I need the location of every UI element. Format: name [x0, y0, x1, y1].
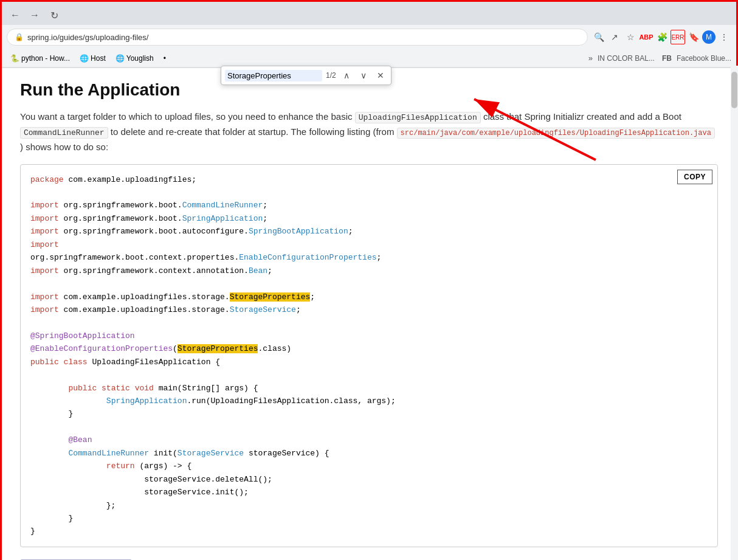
find-prev-button[interactable]: ∧: [340, 69, 353, 82]
err-badge[interactable]: ERR: [671, 30, 685, 44]
browser-chrome: ← → ↻ 🔒 spring.io/guides/gs/uploading-fi…: [2, 2, 736, 68]
facebook-blue-label: Facebook Blue...: [677, 54, 731, 63]
scrollbar[interactable]: [731, 66, 738, 560]
bookmark-python-label: python - How...: [21, 54, 70, 63]
code-block: package com.example.uploadingfiles; impo…: [21, 165, 717, 547]
more-bookmarks-indicator[interactable]: »: [588, 54, 593, 63]
address-bar[interactable]: 🔒 spring.io/guides/gs/uploading-files/: [7, 29, 588, 46]
uploading-files-app-code: UploadingFilesApplication: [355, 112, 481, 123]
address-bar-row: 🔒 spring.io/guides/gs/uploading-files/ 🔍…: [2, 25, 736, 49]
command-line-runner-code: CommandLineRunner: [20, 127, 108, 139]
file-path-code: src/main/java/com/example/uploadingfiles…: [397, 128, 715, 139]
nav-buttons: ← → ↻: [7, 7, 63, 24]
profile-icon[interactable]: M: [702, 30, 716, 44]
page-content: Run the Application You want a target fo…: [2, 68, 736, 560]
intro-text-2: class that Spring Initializr created and…: [483, 111, 681, 122]
url-text: spring.io/guides/gs/uploading-files/: [27, 33, 148, 42]
bookmark-host[interactable]: 🌐 Host: [76, 53, 109, 64]
intro-text-3: to delete and re-create that folder at s…: [111, 126, 395, 137]
reload-button[interactable]: ↻: [46, 7, 63, 24]
code-block-wrapper: COPY package com.example.uploadingfiles;…: [20, 164, 718, 547]
color-bal-label: IN COLOR BAL...: [598, 54, 655, 63]
intro-paragraph: You want a target folder to which to upl…: [20, 109, 718, 154]
bookmarks-bar: 🐍 python - How... 🌐 Host 🌐 Youglish • » …: [2, 49, 736, 67]
back-button[interactable]: ←: [7, 7, 24, 24]
find-input[interactable]: [225, 70, 322, 81]
bookmark-host-label: Host: [91, 54, 106, 63]
bookmark-python[interactable]: 🐍 python - How...: [7, 53, 74, 64]
ext-icon1[interactable]: 🧩: [655, 30, 669, 44]
bookmark-more-dot: •: [164, 54, 166, 63]
find-count: 1/2: [326, 71, 336, 80]
python-icon: 🐍: [10, 54, 19, 63]
host-icon: 🌐: [80, 54, 89, 63]
intro-text-1: You want a target folder to which to upl…: [20, 111, 352, 122]
youglish-icon: 🌐: [116, 54, 125, 63]
copy-button[interactable]: COPY: [677, 170, 712, 184]
menu-icon[interactable]: ⋮: [717, 30, 731, 44]
forward-button[interactable]: →: [26, 7, 43, 24]
ext-icon2[interactable]: 🔖: [686, 30, 701, 44]
toolbar-icons: 🔍 ↗ ☆ ABP 🧩 ERR 🔖 M ⋮: [591, 30, 731, 44]
share-icon[interactable]: ↗: [607, 30, 622, 44]
bookmark-youglish[interactable]: 🌐 Youglish: [112, 53, 157, 64]
intro-text-4: ) shows how to do so:: [20, 142, 108, 152]
adblock-icon[interactable]: ABP: [639, 30, 654, 44]
find-bar: 1/2 ∧ ∨ ✕: [221, 66, 391, 85]
find-close-button[interactable]: ✕: [374, 69, 387, 82]
bookmark-icon[interactable]: ☆: [623, 30, 638, 44]
bottom-paragraph: @SpringBootApplication is a convenience …: [20, 557, 718, 560]
find-next-button[interactable]: ∨: [357, 69, 370, 82]
bookmark-youglish-label: Youglish: [126, 54, 154, 63]
tab-bar: ← → ↻: [2, 2, 736, 25]
search-icon[interactable]: 🔍: [591, 30, 606, 44]
scrollbar-thumb[interactable]: [731, 72, 737, 108]
bookmark-more[interactable]: •: [160, 53, 170, 64]
fb-label: FB: [662, 54, 672, 63]
